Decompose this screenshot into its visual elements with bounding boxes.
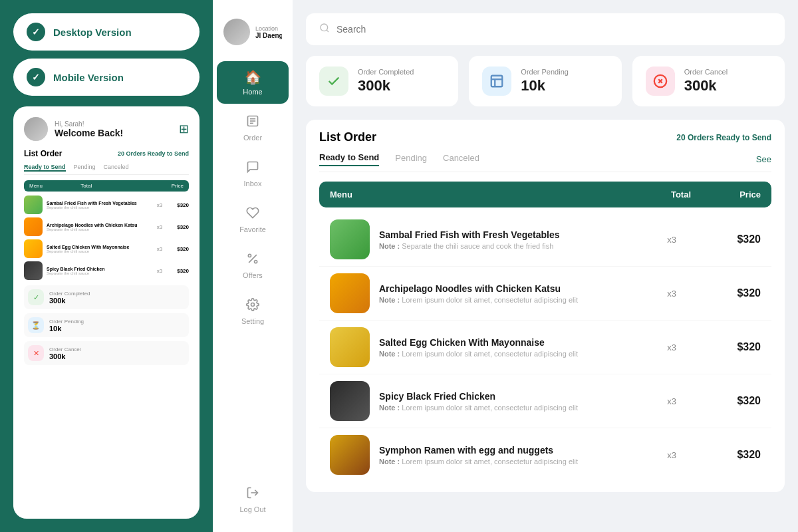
nav-location-info: Location Jl Daeng Barat ▾ xyxy=(255,25,282,39)
completed-stat-label: Order Completed xyxy=(358,68,414,76)
completed-stat-icon xyxy=(319,66,348,96)
mobile-stat-cancel-label: Order Cancel xyxy=(49,346,81,352)
mobile-tab-ready[interactable]: Ready to Send xyxy=(24,164,66,172)
mobile-stat-pending-label: Order Pending xyxy=(49,319,84,325)
list-order-badge: 20 Orders Ready to Send xyxy=(676,133,771,142)
mobile-stat-cancel-info: Order Cancel 300k xyxy=(49,346,81,360)
mobile-stat-pending: ⏳ Order Pending 10k xyxy=(24,313,189,337)
svg-point-6 xyxy=(255,261,257,263)
mobile-col-menu: Menu xyxy=(29,183,80,189)
food-info: Spicy Black Fried Chicken Note : Lorem i… xyxy=(379,391,636,412)
mobile-col-total: Total xyxy=(80,183,132,189)
nav-avatar xyxy=(223,19,250,45)
food-info-mobile: Sambal Fried Fish with Fresh Vegetables … xyxy=(47,201,150,209)
food-note: Note : Lorem ipsum dolor sit amet, conse… xyxy=(379,350,636,358)
search-bar xyxy=(306,13,785,45)
pending-icon: ⏳ xyxy=(28,317,44,333)
nav-item-logout[interactable]: Log Out xyxy=(217,478,289,521)
tab-ready-to-send[interactable]: Ready to Send xyxy=(319,152,379,166)
mobile-tab-pending[interactable]: Pending xyxy=(74,164,96,172)
completed-icon: ✓ xyxy=(28,289,44,305)
food-name: Symphon Ramen with egg and nuggets xyxy=(379,445,636,456)
food-thumb-mobile xyxy=(24,239,43,258)
mobile-list-badge: 20 Orders Ready to Send xyxy=(118,150,189,157)
food-qty-mobile: x3 xyxy=(154,268,165,274)
food-name-mobile: Archipelago Noodles with Chicken Katsu xyxy=(47,223,150,227)
food-price-mobile: $320 xyxy=(169,246,189,252)
mobile-stat-cancel-value: 300k xyxy=(49,352,81,360)
cancel-stat-info: Order Cancel 300k xyxy=(684,68,728,94)
mobile-preview: Hi, Sarah! Welcome Back! ⊞ List Order 20… xyxy=(13,106,200,519)
cancel-icon: ✕ xyxy=(28,345,44,361)
food-note: Note : Lorem ipsum dolor sit amet, conse… xyxy=(379,458,636,466)
nav-header: Location Jl Daeng Barat ▾ xyxy=(213,11,293,53)
stat-card-completed: Order Completed 300k xyxy=(306,56,458,106)
inbox-icon xyxy=(246,160,259,177)
food-price-mobile: $320 xyxy=(169,268,189,274)
pending-stat-label: Order Pending xyxy=(521,68,569,76)
col-price-header: Price xyxy=(708,190,761,200)
tab-pending[interactable]: Pending xyxy=(395,153,427,166)
stats-row: Order Completed 300k Order Pending 10k O… xyxy=(306,56,785,106)
mobile-tabs: Ready to Send Pending Canceled xyxy=(24,164,189,175)
food-thumbnail xyxy=(330,219,370,259)
order-tabs: Ready to Send Pending Canceled See xyxy=(319,152,771,172)
mobile-food-item: Salted Egg Chicken With Mayonnaise Separ… xyxy=(24,239,189,258)
order-table-header: Menu Total Price xyxy=(319,182,771,207)
tab-canceled[interactable]: Canceled xyxy=(443,153,479,166)
check-icon-mobile: ✓ xyxy=(27,68,45,86)
food-info-mobile: Archipelago Noodles with Chicken Katsu S… xyxy=(47,223,150,231)
food-price: $320 xyxy=(708,395,761,407)
desktop-version-button[interactable]: ✓ Desktop Version xyxy=(13,13,200,51)
mobile-welcome: Hi, Sarah! Welcome Back! xyxy=(48,120,179,138)
check-icon: ✓ xyxy=(27,23,45,41)
food-name-mobile: Spicy Black Fried Chicken xyxy=(47,267,150,271)
mobile-version-label: Mobile Version xyxy=(53,72,124,83)
food-name: Spicy Black Fried Chicken xyxy=(379,391,636,402)
food-qty-mobile: x3 xyxy=(154,202,165,208)
mobile-stat-completed-label: Order Completed xyxy=(49,291,90,297)
welcome-text: Welcome Back! xyxy=(55,128,179,138)
search-input[interactable] xyxy=(336,24,771,35)
list-order-title: List Order xyxy=(319,130,376,144)
food-price-mobile: $320 xyxy=(169,202,189,208)
nav-inbox-label: Inbox xyxy=(244,180,262,188)
table-row: Symphon Ramen with egg and nuggets Note … xyxy=(319,428,771,481)
nav-item-setting[interactable]: Setting xyxy=(217,290,289,333)
nav-item-order[interactable]: Order xyxy=(217,106,289,150)
mobile-stat-pending-info: Order Pending 10k xyxy=(49,319,84,332)
mobile-food-list: Sambal Fried Fish with Fresh Vegetables … xyxy=(24,196,189,280)
nav-item-offers[interactable]: Offers xyxy=(217,244,289,287)
logout-icon xyxy=(246,486,259,503)
mobile-header: Hi, Sarah! Welcome Back! ⊞ xyxy=(24,117,189,141)
completed-stat-value: 300k xyxy=(358,77,414,94)
table-row: Archipelago Noodles with Chicken Katsu N… xyxy=(319,267,771,321)
nav-item-favorite[interactable]: Favorite xyxy=(217,198,289,241)
mobile-tab-canceled[interactable]: Canceled xyxy=(104,164,129,172)
nav-logout-label: Log Out xyxy=(239,505,265,513)
main-food-list: Sambal Fried Fish with Fresh Vegetables … xyxy=(319,213,771,481)
food-price: $320 xyxy=(708,233,761,245)
mobile-food-item: Sambal Fried Fish with Fresh Vegetables … xyxy=(24,196,189,214)
main-panel: Order Completed 300k Order Pending 10k O… xyxy=(293,0,798,532)
food-info-mobile: Spicy Black Fried Chicken Separate the c… xyxy=(47,267,150,275)
see-all-link[interactable]: See xyxy=(756,154,771,164)
nav-item-inbox[interactable]: Inbox xyxy=(217,152,289,196)
nav-home-label: Home xyxy=(243,88,262,96)
food-price-mobile: $320 xyxy=(169,224,189,230)
food-note-mobile: Separate the chili sauce xyxy=(47,249,150,253)
mobile-table-header: Menu Total Price xyxy=(24,180,189,192)
svg-line-4 xyxy=(249,255,257,263)
mobile-stat-completed-info: Order Completed 300k xyxy=(49,291,90,305)
food-qty-mobile: x3 xyxy=(154,246,165,252)
mobile-version-button[interactable]: ✓ Mobile Version xyxy=(13,59,200,96)
nav-offers-label: Offers xyxy=(243,271,263,279)
mobile-stat-pending-value: 10k xyxy=(49,325,84,332)
food-thumbnail xyxy=(330,381,370,421)
grid-icon: ⊞ xyxy=(179,122,189,136)
food-thumb-mobile xyxy=(24,261,43,280)
nav-item-home[interactable]: 🏠 Home xyxy=(217,61,289,104)
mobile-stats: ✓ Order Completed 300k ⏳ Order Pending 1… xyxy=(24,285,189,365)
food-name: Archipelago Noodles with Chicken Katsu xyxy=(379,283,636,294)
food-info: Sambal Fried Fish with Fresh Vegetables … xyxy=(379,229,636,250)
